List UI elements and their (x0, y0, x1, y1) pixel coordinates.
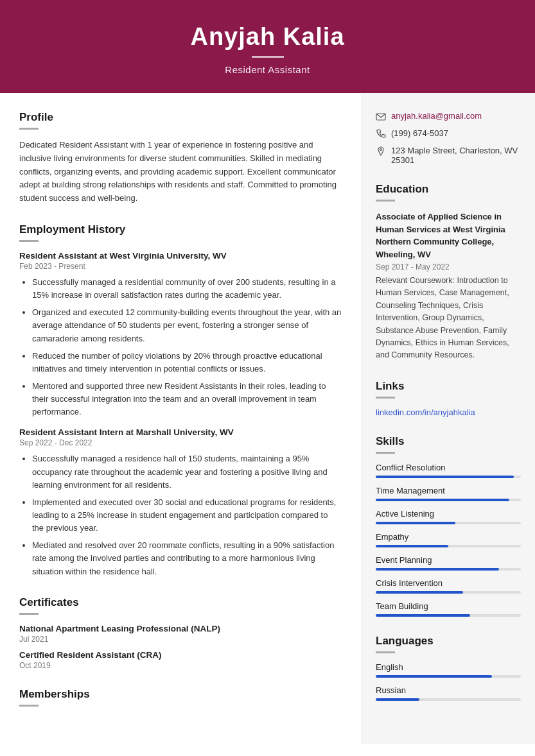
languages-divider (376, 651, 395, 653)
lang-item-1: Russian (376, 685, 521, 701)
candidate-name: Anyjah Kalia (13, 23, 522, 51)
memberships-title: Memberships (19, 688, 342, 701)
cert-2-date: Oct 2019 (19, 661, 342, 670)
cert-1-date: Jul 2021 (19, 635, 342, 644)
memberships-section: Memberships (19, 688, 342, 707)
education-section: Education Associate of Applied Science i… (376, 183, 521, 362)
header-divider (252, 56, 284, 58)
job-2-bullet-3: Mediated and resolved over 20 roommate c… (32, 539, 342, 578)
job-1-dates: Feb 2023 - Present (19, 262, 342, 271)
employment-section: Employment History Resident Assistant at… (19, 223, 342, 578)
skill-bar-bg-4 (376, 568, 521, 571)
job-2-dates: Sep 2022 - Dec 2022 (19, 438, 342, 447)
contact-email[interactable]: anyjah.kalia@gmail.com (391, 111, 482, 121)
skills-title: Skills (376, 435, 521, 448)
candidate-title: Resident Assistant (13, 64, 522, 75)
cert-2-name: Certified Resident Assistant (CRA) (19, 650, 342, 660)
education-divider (376, 200, 395, 202)
skill-bar-fill-2 (376, 522, 455, 524)
skill-item-0: Conflict Resolution (376, 463, 521, 478)
lang-bar-bg-1 (376, 698, 521, 701)
job-1-bullet-3: Reduced the number of policy violations … (32, 350, 342, 375)
cert-2: Certified Resident Assistant (CRA) Oct 2… (19, 650, 342, 670)
skill-name-5: Crisis Intervention (376, 578, 521, 588)
lang-bar-bg-0 (376, 675, 521, 678)
skill-name-0: Conflict Resolution (376, 463, 521, 472)
job-1-bullets: Successfully managed a residential commu… (19, 276, 342, 418)
skill-bar-fill-6 (376, 614, 470, 617)
lang-name-0: English (376, 662, 521, 672)
contact-phone: (199) 674-5037 (391, 128, 448, 138)
lang-bar-fill-1 (376, 698, 419, 701)
job-1-bullet-2: Organized and executed 12 community-buil… (32, 306, 342, 345)
skill-bar-bg-2 (376, 522, 521, 524)
skill-bar-bg-1 (376, 499, 521, 501)
skill-item-6: Team Building (376, 601, 521, 617)
left-column: Profile Dedicated Resident Assistant wit… (0, 93, 362, 744)
skill-item-1: Time Management (376, 486, 521, 501)
certificates-title: Certificates (19, 596, 342, 609)
contact-phone-item: (199) 674-5037 (376, 128, 521, 139)
skills-divider (376, 452, 395, 454)
job-1-bullet-4: Mentored and supported three new Residen… (32, 380, 342, 418)
skill-name-1: Time Management (376, 486, 521, 495)
edu-1-dates: Sep 2017 - May 2022 (376, 262, 521, 271)
right-column: anyjah.kalia@gmail.com (199) 674-5037 (362, 93, 535, 744)
location-icon (376, 146, 386, 157)
cert-1-name: National Apartment Leasing Professional … (19, 624, 342, 633)
body-wrap: Profile Dedicated Resident Assistant wit… (0, 93, 535, 744)
skills-container: Conflict Resolution Time Management Acti… (376, 463, 521, 617)
job-2-bullet-1: Successfully managed a residence hall of… (32, 452, 342, 491)
languages-title: Languages (376, 635, 521, 648)
certificates-section: Certificates National Apartment Leasing … (19, 596, 342, 670)
email-icon (376, 112, 386, 122)
lang-item-0: English (376, 662, 521, 678)
skill-item-5: Crisis Intervention (376, 578, 521, 594)
header: Anyjah Kalia Resident Assistant (0, 0, 535, 93)
lang-name-1: Russian (376, 685, 521, 695)
languages-section: Languages English Russian (376, 635, 521, 701)
skill-bar-fill-1 (376, 499, 509, 501)
links-section: Links linkedin.com/in/anyjahkalia (376, 380, 521, 417)
contact-address-item: 123 Maple Street, Charleston, WV 25301 (376, 146, 521, 165)
edu-1-desc: Relevant Coursework: Introduction to Hum… (376, 275, 521, 362)
profile-text: Dedicated Resident Assistant with 1 year… (19, 139, 342, 205)
contact-address: 123 Maple Street, Charleston, WV 25301 (391, 146, 521, 165)
skill-name-4: Event Planning (376, 555, 521, 565)
skill-bar-bg-5 (376, 591, 521, 594)
job-2-bullet-2: Implemented and executed over 30 social … (32, 496, 342, 535)
resume-page: Anyjah Kalia Resident Assistant Profile … (0, 0, 535, 756)
languages-container: English Russian (376, 662, 521, 701)
profile-title: Profile (19, 111, 342, 124)
skill-bar-bg-0 (376, 476, 521, 478)
skill-bar-fill-0 (376, 476, 514, 478)
skill-bar-fill-4 (376, 568, 499, 571)
edu-1: Associate of Applied Science in Human Se… (376, 210, 521, 362)
job-1-title: Resident Assistant at West Virginia Univ… (19, 251, 342, 261)
edu-1-institution: Associate of Applied Science in Human Se… (376, 210, 521, 261)
skill-name-2: Active Listening (376, 509, 521, 519)
skill-name-3: Empathy (376, 532, 521, 542)
svg-point-1 (380, 149, 382, 151)
education-title: Education (376, 183, 521, 196)
job-2-title: Resident Assistant Intern at Marshall Un… (19, 427, 342, 437)
skill-bar-fill-5 (376, 591, 463, 594)
skill-bar-bg-3 (376, 545, 521, 547)
job-2-bullets: Successfully managed a residence hall of… (19, 452, 342, 578)
profile-section: Profile Dedicated Resident Assistant wit… (19, 111, 342, 205)
lang-bar-fill-0 (376, 675, 492, 678)
skill-item-3: Empathy (376, 532, 521, 547)
employment-title: Employment History (19, 223, 342, 236)
job-1: Resident Assistant at West Virginia Univ… (19, 251, 342, 418)
contact-email-item: anyjah.kalia@gmail.com (376, 111, 521, 122)
job-2: Resident Assistant Intern at Marshall Un… (19, 427, 342, 578)
employment-divider (19, 240, 39, 242)
skill-bar-fill-3 (376, 545, 448, 547)
linkedin-link[interactable]: linkedin.com/in/anyjahkalia (376, 408, 475, 417)
job-1-bullet-1: Successfully managed a residential commu… (32, 276, 342, 302)
skill-item-4: Event Planning (376, 555, 521, 571)
phone-icon (376, 129, 386, 139)
skill-name-6: Team Building (376, 601, 521, 611)
skill-item-2: Active Listening (376, 509, 521, 524)
cert-1: National Apartment Leasing Professional … (19, 624, 342, 644)
